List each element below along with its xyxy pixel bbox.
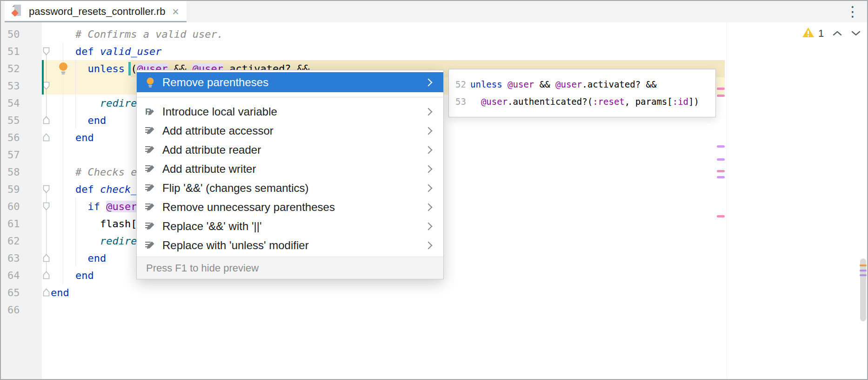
code-text: # Confirms a valid user. xyxy=(51,26,223,43)
code-line: 51 def valid_user xyxy=(1,43,867,60)
refactor-icon: R xyxy=(144,106,156,118)
intention-item-add-attribute-reader[interactable]: Add attribute reader xyxy=(137,140,443,159)
fold-marker-down-icon[interactable] xyxy=(43,202,50,210)
edit-icon xyxy=(144,220,156,232)
code-line: 65end xyxy=(1,284,867,301)
lightbulb-icon xyxy=(144,76,156,88)
intention-item-label: Add attribute accessor xyxy=(162,124,426,137)
preview-code-text: unless @user && @user.activated? && xyxy=(470,76,656,93)
fold-column xyxy=(42,163,51,181)
kebab-menu-icon[interactable]: ⋮ xyxy=(846,5,860,19)
previous-problem-button[interactable] xyxy=(832,30,842,36)
intention-item-label: Introduce local variable xyxy=(162,105,426,118)
line-number[interactable]: 51 xyxy=(1,43,42,60)
line-number[interactable]: 56 xyxy=(1,129,42,146)
fold-column xyxy=(42,26,51,43)
preview-line-number: 53 xyxy=(449,93,470,110)
fold-marker-up-icon[interactable] xyxy=(43,288,50,297)
preview-line-number: 52 xyxy=(449,76,470,93)
affected-range-bar xyxy=(42,60,44,95)
edit-icon xyxy=(144,239,156,251)
line-number[interactable]: 58 xyxy=(1,163,42,181)
line-number[interactable]: 54 xyxy=(1,95,42,112)
intention-item-remove-unnecessary-parentheses[interactable]: Remove unnecessary parentheses xyxy=(137,197,443,217)
fold-marker-up-icon[interactable] xyxy=(43,116,50,124)
preview-code-line: 53 @user.authenticated?(:reset, params[:… xyxy=(449,93,715,110)
line-number[interactable]: 50 xyxy=(1,26,42,43)
code-text: end xyxy=(51,112,106,129)
edit-icon xyxy=(144,182,156,194)
fold-marker-down-icon[interactable] xyxy=(43,81,50,90)
intention-item-label: Remove unnecessary parentheses xyxy=(162,201,426,214)
line-number[interactable]: 52 xyxy=(1,60,42,77)
line-number[interactable]: 60 xyxy=(1,198,42,215)
popup-separator xyxy=(137,97,443,97)
popup-footer: Press F1 to hide preview xyxy=(137,257,443,279)
line-number[interactable]: 63 xyxy=(1,250,42,267)
line-number[interactable]: 66 xyxy=(1,301,42,319)
intention-item-remove-parentheses[interactable]: Remove parentheses xyxy=(137,72,443,92)
intention-preview-panel: 52unless @user && @user.activated? &&53 … xyxy=(448,69,716,117)
intention-item-label: Add attribute writer xyxy=(162,163,426,176)
preview-lines: 52unless @user && @user.activated? &&53 … xyxy=(449,76,715,110)
fold-marker-down-icon[interactable] xyxy=(43,185,50,193)
editor-tab-bar: password_resets_controller.rb ✕ ⋮ xyxy=(1,1,867,23)
line-number[interactable]: 55 xyxy=(1,112,42,129)
chevron-right-icon xyxy=(425,78,433,86)
code-text: end xyxy=(51,250,106,267)
chevron-right-icon xyxy=(425,241,433,249)
close-tab-icon[interactable]: ✕ xyxy=(172,7,179,16)
stripe-mark[interactable] xyxy=(860,274,867,276)
next-problem-button[interactable] xyxy=(851,30,861,36)
ruby-file-icon xyxy=(10,4,24,20)
text-caret xyxy=(128,62,131,75)
edit-icon xyxy=(144,163,156,175)
line-number[interactable]: 53 xyxy=(1,77,42,95)
chevron-right-icon xyxy=(425,203,433,211)
code-text: end xyxy=(51,284,69,301)
intention-item-label: Replace with 'unless' modifier xyxy=(162,239,426,252)
scrollbar-thumb[interactable] xyxy=(860,258,866,321)
code-text: end xyxy=(51,129,94,146)
line-number[interactable]: 65 xyxy=(1,284,42,301)
line-number[interactable]: 61 xyxy=(1,215,42,232)
code-text: def valid_user xyxy=(51,43,161,60)
stripe-mark[interactable] xyxy=(860,265,867,266)
line-number[interactable]: 62 xyxy=(1,232,42,250)
popup-footer-text: Press F1 to hide preview xyxy=(146,262,259,274)
intention-item-label: Flip '&&' (changes semantics) xyxy=(162,182,426,195)
intention-item-introduce-local-variable[interactable]: RIntroduce local variable xyxy=(137,102,443,121)
warning-count: 1 xyxy=(818,27,824,40)
chevron-up-icon xyxy=(834,32,841,35)
edit-icon xyxy=(144,144,156,156)
intention-item-flip-changes-semantics[interactable]: Flip '&&' (changes semantics) xyxy=(137,178,443,197)
tab-password-resets-controller[interactable]: password_resets_controller.rb ✕ xyxy=(5,1,187,22)
line-number[interactable]: 57 xyxy=(1,146,42,163)
fold-marker-up-icon[interactable] xyxy=(43,254,50,262)
chevron-down-icon xyxy=(852,32,860,35)
intention-actions-popup: Remove parenthesesRIntroduce local varia… xyxy=(136,70,444,279)
fold-marker-up-icon[interactable] xyxy=(43,133,50,142)
ide-window: password_resets_controller.rb ✕ ⋮ 50 # C… xyxy=(0,0,868,380)
warning-triangle-icon xyxy=(802,27,815,40)
fold-column xyxy=(42,146,51,163)
code-line: 50 # Confirms a valid user. xyxy=(1,26,867,43)
edit-icon xyxy=(144,125,156,137)
code-line: 66 xyxy=(1,301,867,319)
inspections-widget[interactable]: 1 xyxy=(802,27,861,40)
line-number[interactable]: 59 xyxy=(1,181,42,198)
intention-item-add-attribute-writer[interactable]: Add attribute writer xyxy=(137,159,443,178)
intention-item-label: Add attribute reader xyxy=(162,143,426,156)
intention-item-label: Remove parentheses xyxy=(162,76,426,89)
chevron-right-icon xyxy=(425,146,433,154)
intention-item-add-attribute-accessor[interactable]: Add attribute accessor xyxy=(137,121,443,140)
intention-item-label: Replace '&&' with '||' xyxy=(162,220,426,233)
line-number[interactable]: 64 xyxy=(1,267,42,284)
intention-item-replace-with[interactable]: Replace '&&' with '||' xyxy=(137,217,443,236)
fold-marker-up-icon[interactable] xyxy=(43,271,50,279)
stripe-mark[interactable] xyxy=(860,270,867,271)
intention-bulb-icon[interactable] xyxy=(57,61,69,77)
edit-icon xyxy=(144,201,156,213)
fold-marker-down-icon[interactable] xyxy=(43,47,50,55)
intention-item-replace-with-unless-modifier[interactable]: Replace with 'unless' modifier xyxy=(137,236,443,255)
